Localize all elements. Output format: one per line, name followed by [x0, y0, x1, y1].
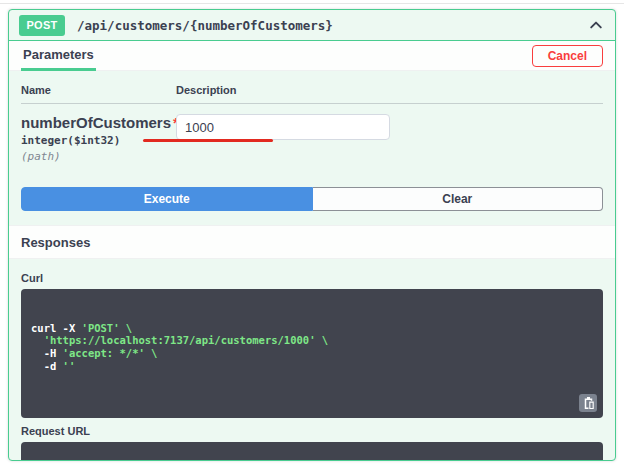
cancel-button[interactable]: Cancel	[532, 45, 603, 67]
curl-code-block: curl -X 'POST' \ 'https://localhost:7137…	[21, 289, 603, 418]
parameter-value-cell	[176, 114, 390, 163]
request-url-label: Request URL	[21, 425, 603, 437]
copy-to-clipboard-button[interactable]	[579, 394, 597, 412]
parameters-table-head: Name Description	[21, 71, 603, 104]
curl-label: Curl	[21, 272, 603, 284]
execute-button[interactable]: Execute	[21, 187, 313, 211]
endpoint-path: /api/customers/{numberOfCustomers}	[77, 18, 587, 33]
parameter-name: numberOfCustomers*required	[21, 114, 176, 131]
parameter-location: (path)	[21, 150, 176, 163]
responses-section-header: Responses	[9, 225, 615, 259]
column-header-description: Description	[176, 84, 237, 96]
parameter-row: numberOfCustomers*required integer($int3…	[21, 104, 603, 173]
parameters-table: Name Description numberOfCustomers*requi…	[9, 71, 615, 225]
parameter-value-input[interactable]	[176, 114, 390, 140]
swagger-post-opblock: POST /api/customers/{numberOfCustomers} …	[8, 9, 616, 461]
tab-parameters[interactable]: Parameters	[21, 41, 96, 71]
http-method-badge: POST	[19, 15, 65, 36]
collapse-chevron-up-icon[interactable]	[587, 16, 605, 34]
clear-button[interactable]: Clear	[313, 187, 604, 211]
parameters-section-header: Parameters Cancel	[9, 41, 615, 71]
responses-heading: Responses	[21, 235, 90, 250]
curl-code: curl -X 'POST' \ 'https://localhost:7137…	[31, 322, 593, 373]
column-header-name: Name	[21, 84, 176, 96]
responses-body: Curl curl -X 'POST' \ 'https://localhost…	[9, 259, 615, 461]
page-top-divider	[0, 3, 624, 4]
opblock-summary-row[interactable]: POST /api/customers/{numberOfCustomers}	[9, 10, 615, 41]
execute-wrapper: Execute Clear	[21, 173, 603, 225]
red-underline-annotation-input	[143, 139, 273, 142]
request-url-block: https://localhost:7137/api/customers/100…	[21, 442, 603, 461]
